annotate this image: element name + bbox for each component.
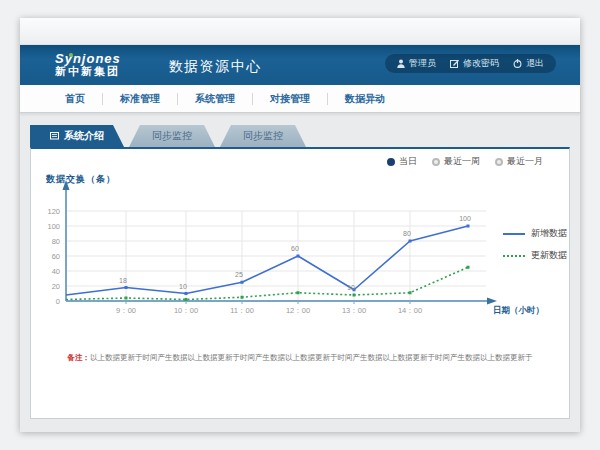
document-icon	[50, 132, 59, 141]
app-window: Synjones 新中新集团 数据资源中心 管理员 修改密码	[20, 18, 580, 432]
legend-item-new-data[interactable]: 新增数据	[503, 227, 567, 240]
content-area: 系统介绍 同步监控 同步监控 当日 最近一周	[20, 113, 580, 432]
legend-label: 更新数据	[531, 249, 567, 262]
power-icon	[513, 59, 522, 68]
main-nav: 首页 标准管理 系统管理 对接管理 数据异动	[20, 85, 580, 113]
radio-label: 最近一周	[444, 155, 480, 168]
logout-button[interactable]: 退出	[513, 57, 544, 70]
window-top-strip	[20, 18, 580, 45]
chart-canvas: 0204060801001209：0010：0011：0012：0013：001…	[41, 171, 561, 326]
tab-label: 同步监控	[152, 129, 192, 143]
change-password-button[interactable]: 修改密码	[450, 57, 499, 70]
legend-line-sample	[503, 255, 525, 257]
nav-item-standard-mgmt[interactable]: 标准管理	[103, 92, 177, 106]
tab-bar: 系统介绍 同步监控 同步监控	[30, 125, 580, 147]
radio-today[interactable]: 当日	[387, 155, 417, 168]
radio-last-month[interactable]: 最近一月	[495, 155, 543, 168]
brand-logo-en: Synjones	[55, 52, 121, 66]
svg-text:60: 60	[52, 252, 60, 261]
user-menu[interactable]: 管理员	[397, 57, 436, 70]
svg-text:11：00: 11：00	[230, 306, 254, 315]
time-range-filter: 当日 最近一周 最近一月	[387, 155, 543, 168]
radio-icon	[432, 158, 440, 166]
svg-text:18: 18	[119, 277, 127, 284]
nav-item-interface-mgmt[interactable]: 对接管理	[253, 92, 327, 106]
legend-item-update-data[interactable]: 更新数据	[503, 249, 567, 262]
svg-text:0: 0	[56, 297, 60, 306]
svg-text:80: 80	[52, 237, 60, 246]
edit-icon	[450, 59, 459, 68]
svg-text:20: 20	[52, 282, 60, 291]
nav-item-system-mgmt[interactable]: 系统管理	[178, 92, 252, 106]
line-chart: 数据交换（条） 0204060801001209：0010：0011：0012：…	[41, 171, 581, 336]
tab-label: 同步监控	[243, 129, 283, 143]
user-toolbar: 管理员 修改密码 退出	[385, 54, 556, 73]
user-icon	[397, 59, 405, 68]
svg-text:13：00: 13：00	[342, 306, 366, 315]
svg-text:12：00: 12：00	[286, 306, 310, 315]
page-title: 数据资源中心	[169, 58, 262, 76]
user-name: 管理员	[409, 57, 436, 70]
svg-text:60: 60	[291, 245, 299, 252]
logout-label: 退出	[526, 57, 544, 70]
svg-text:10: 10	[179, 283, 187, 290]
legend-line-sample	[503, 233, 525, 235]
brand-logo-cn: 新中新集团	[55, 66, 121, 78]
tab-sync-monitor-2[interactable]: 同步监控	[220, 125, 306, 147]
radio-label: 最近一月	[507, 155, 543, 168]
brand-logo: Synjones 新中新集团	[55, 52, 121, 77]
svg-text:10: 10	[347, 284, 355, 291]
change-password-label: 修改密码	[463, 57, 499, 70]
footnote-text: 以上数据更新于时间产生数据以上数据更新于时间产生数据以上数据更新于时间产生数据以…	[90, 353, 533, 362]
radio-icon	[495, 158, 503, 166]
app-header: Synjones 新中新集团 数据资源中心 管理员 修改密码	[20, 45, 580, 85]
legend-label: 新增数据	[531, 227, 567, 240]
radio-label: 当日	[399, 155, 417, 168]
tab-system-intro[interactable]: 系统介绍	[30, 125, 124, 147]
chart-panel: 当日 最近一周 最近一月 数据交换（条） 0204060801001209：00…	[30, 147, 570, 419]
radio-last-week[interactable]: 最近一周	[432, 155, 480, 168]
svg-text:40: 40	[52, 267, 60, 276]
svg-text:日期（小时）: 日期（小时）	[493, 305, 544, 315]
nav-item-data-change[interactable]: 数据异动	[328, 92, 402, 106]
svg-text:100: 100	[47, 222, 60, 231]
svg-text:14：00: 14：00	[398, 306, 422, 315]
svg-text:80: 80	[403, 230, 411, 237]
footnote-label: 备注：	[68, 353, 91, 362]
tab-sync-monitor-1[interactable]: 同步监控	[129, 125, 215, 147]
radio-icon	[387, 158, 395, 166]
chart-legend: 新增数据 更新数据	[503, 227, 567, 262]
svg-text:10：00: 10：00	[174, 306, 198, 315]
svg-text:9：00: 9：00	[116, 306, 136, 315]
nav-item-home[interactable]: 首页	[48, 92, 102, 106]
svg-text:120: 120	[47, 207, 60, 216]
tab-label: 系统介绍	[64, 129, 104, 143]
svg-text:100: 100	[459, 215, 471, 222]
svg-text:25: 25	[235, 271, 243, 278]
footnote: 备注：以上数据更新于时间产生数据以上数据更新于时间产生数据以上数据更新于时间产生…	[31, 353, 569, 363]
